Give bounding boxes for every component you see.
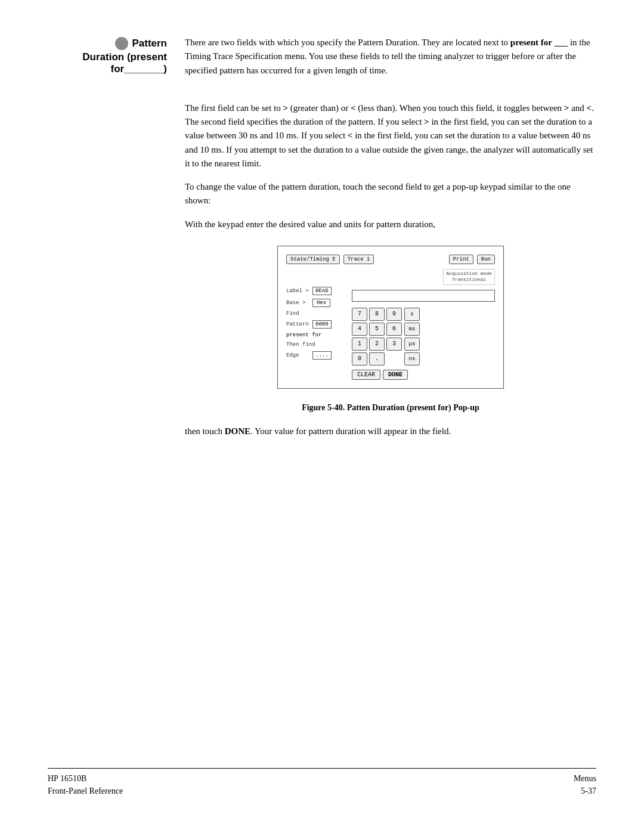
pattern-value: 0000 xyxy=(312,320,332,329)
footer-reference: Front-Panel Reference xyxy=(48,785,123,797)
run-button[interactable]: Run xyxy=(477,255,495,264)
tab-state-timing: State/Timing E xyxy=(286,255,340,264)
key-row-3: 1 2 3 xyxy=(352,337,402,351)
edge-row: Edge .... xyxy=(286,351,348,360)
body-section: The first field can be set to > (greater… xyxy=(185,101,596,438)
present-for-row: present for xyxy=(286,332,348,338)
key-7[interactable]: 7 xyxy=(352,308,367,321)
keypad-bottom-row: CLEAR DONE xyxy=(352,370,495,380)
key-8[interactable]: 8 xyxy=(369,308,385,321)
key-6[interactable]: 6 xyxy=(386,323,402,336)
acquisition-info-container: Acquisition mode Transitional xyxy=(352,269,495,285)
para-3: To change the value of the pattern durat… xyxy=(185,180,596,208)
keypad-display xyxy=(352,290,495,302)
sidebar-title-duration: Duration (present xyxy=(48,51,167,63)
pattern-row: Pattern 0000 xyxy=(286,320,348,329)
keypad-grid-units: 7 8 9 4 5 6 1 xyxy=(352,308,495,366)
keypad-top-buttons: Print Run xyxy=(449,255,495,264)
sidebar-label: Pattern Duration (present for_______) xyxy=(48,36,167,75)
edge-label: Edge xyxy=(286,352,310,358)
unit-ns[interactable]: ns xyxy=(404,352,420,366)
sidebar-title-pattern: Pattern xyxy=(132,38,167,49)
clear-button[interactable]: CLEAR xyxy=(352,370,380,380)
figure-caption: Figure 5-40. Patten Duration (present fo… xyxy=(185,403,596,413)
present-for-label: present for xyxy=(286,332,321,338)
para-1: There are two fields with which you spec… xyxy=(185,36,596,78)
page-footer: HP 16510B Front-Panel Reference Menus 5-… xyxy=(48,768,596,797)
key-0[interactable]: 0 xyxy=(352,352,367,366)
keypad-units: s ms µs ns xyxy=(404,308,420,366)
intro-paragraph: There are two fields with which you spec… xyxy=(185,36,596,87)
key-5[interactable]: 5 xyxy=(369,323,385,336)
pattern-icon xyxy=(115,37,128,50)
keypad-body: Label > READ Base > Hex Find Pattern 000… xyxy=(286,269,495,380)
acquisition-line2: Transitional xyxy=(452,277,487,282)
edge-value: .... xyxy=(312,351,332,360)
find-label: Find xyxy=(286,311,310,317)
key-4[interactable]: 4 xyxy=(352,323,367,336)
key-dot[interactable]: . xyxy=(369,352,385,366)
keypad-figure: State/Timing E Trace 1 Print Run Label >… xyxy=(277,246,504,389)
key-2[interactable]: 2 xyxy=(369,337,385,351)
unit-s[interactable]: s xyxy=(404,308,420,321)
clear-done-buttons: CLEAR DONE xyxy=(352,370,408,380)
key-9[interactable]: 9 xyxy=(386,308,402,321)
label-label: Label > xyxy=(286,288,310,294)
keypad-right: Acquisition mode Transitional 7 8 xyxy=(352,269,495,380)
done-button[interactable]: DONE xyxy=(383,370,408,380)
footer-left: HP 16510B Front-Panel Reference xyxy=(48,772,123,797)
base-value: Hex xyxy=(312,299,330,307)
label-row: Label > READ xyxy=(286,287,348,295)
footer-menus: Menus xyxy=(574,772,596,785)
key-3[interactable]: 3 xyxy=(386,337,402,351)
key-1[interactable]: 1 xyxy=(352,337,367,351)
keypad-left-info: Label > READ Base > Hex Find Pattern 000… xyxy=(286,269,352,380)
acquisition-line1: Acquisition mode xyxy=(446,271,492,276)
after-figure-para: then touch DONE. Your value for pattern … xyxy=(185,425,596,438)
label-value: READ xyxy=(312,287,332,295)
acquisition-info: Acquisition mode Transitional xyxy=(443,269,495,285)
header-section: Pattern Duration (present for_______) Th… xyxy=(48,36,596,87)
footer-model: HP 16510B xyxy=(48,772,123,785)
then-find-row: Then find xyxy=(286,342,348,348)
footer-page-number: 5-37 xyxy=(574,785,596,797)
key-row-1: 7 8 9 xyxy=(352,308,402,321)
unit-ms[interactable]: ms xyxy=(404,323,420,336)
key-row-4: 0 . xyxy=(352,352,402,366)
para-2: The first field can be set to > (greater… xyxy=(185,101,596,171)
footer-right: Menus 5-37 xyxy=(574,772,596,797)
then-find-label: Then find xyxy=(286,342,315,348)
print-button[interactable]: Print xyxy=(449,255,473,264)
keypad-grid: 7 8 9 4 5 6 1 xyxy=(352,308,402,366)
unit-us[interactable]: µs xyxy=(404,337,420,351)
pattern-label: Pattern xyxy=(286,321,310,327)
base-label: Base > xyxy=(286,300,310,306)
tab-trace: Trace 1 xyxy=(343,255,374,264)
base-row: Base > Hex xyxy=(286,299,348,307)
find-row: Find xyxy=(286,311,348,317)
para-4: With the keypad enter the desired value … xyxy=(185,218,596,231)
sidebar-title-for: for_______) xyxy=(48,63,167,75)
keypad-top-bar: State/Timing E Trace 1 Print Run xyxy=(286,255,495,264)
key-row-2: 4 5 6 xyxy=(352,323,402,336)
keypad-tabs: State/Timing E Trace 1 xyxy=(286,255,374,264)
